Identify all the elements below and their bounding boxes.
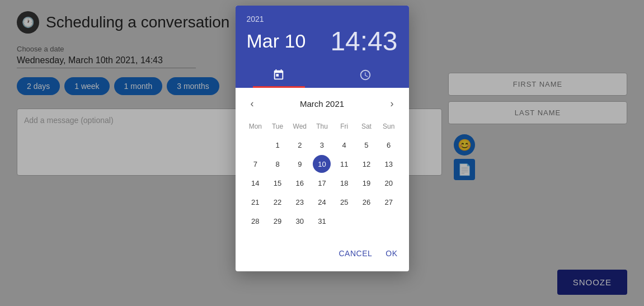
calendar-nav: ‹ March 2021 › bbox=[245, 93, 400, 114]
cal-week-4: 21 22 23 24 25 26 27 bbox=[245, 193, 400, 211]
cal-day-29[interactable]: 29 bbox=[269, 212, 286, 230]
cal-day-24[interactable]: 24 bbox=[313, 193, 331, 211]
cal-day-23[interactable]: 23 bbox=[291, 193, 309, 211]
calendar-tab-icon bbox=[272, 69, 285, 81]
calendar-body: ‹ March 2021 › Mon Tue Wed Thu Fri Sat S… bbox=[236, 88, 409, 240]
cal-header-row: Mon Tue Wed Thu Fri Sat Sun bbox=[245, 120, 400, 133]
cal-day-9[interactable]: 9 bbox=[291, 155, 309, 173]
modal-time: 14:43 bbox=[330, 26, 397, 57]
calendar-grid: Mon Tue Wed Thu Fri Sat Sun 1 2 3 4 5 6 bbox=[245, 120, 400, 230]
cal-day-empty-e1 bbox=[335, 212, 353, 230]
cal-day-10[interactable]: 10 bbox=[313, 155, 331, 173]
cal-day-11[interactable]: 11 bbox=[335, 155, 353, 173]
cal-header-sun: Sun bbox=[378, 120, 400, 133]
cal-header-mon: Mon bbox=[245, 120, 267, 133]
cal-header-sat: Sat bbox=[355, 120, 378, 133]
cal-day-12[interactable]: 12 bbox=[358, 155, 375, 173]
cal-day-21[interactable]: 21 bbox=[246, 193, 264, 211]
cal-week-1: 1 2 3 4 5 6 bbox=[245, 136, 400, 154]
modal-footer: CANCEL OK bbox=[236, 240, 409, 271]
modal-overlay: 2021 Mar 10 14:43 ‹ bbox=[0, 0, 644, 306]
cal-day-empty-e3 bbox=[380, 212, 398, 230]
cal-week-5: 28 29 30 31 bbox=[245, 212, 400, 230]
cal-day-2[interactable]: 2 bbox=[291, 136, 309, 154]
modal-year: 2021 bbox=[247, 15, 398, 23]
cal-day-26[interactable]: 26 bbox=[358, 193, 375, 211]
cal-header-thu: Thu bbox=[311, 120, 333, 133]
cal-day-13[interactable]: 13 bbox=[380, 155, 398, 173]
modal-header: 2021 Mar 10 14:43 bbox=[236, 6, 409, 62]
cal-day-14[interactable]: 14 bbox=[246, 174, 264, 192]
cancel-button[interactable]: CANCEL bbox=[336, 244, 374, 262]
cal-header-fri: Fri bbox=[333, 120, 355, 133]
tab-clock[interactable] bbox=[322, 62, 409, 88]
modal-date: Mar 10 bbox=[247, 30, 306, 52]
cal-day-8[interactable]: 8 bbox=[269, 155, 286, 173]
cal-day-7[interactable]: 7 bbox=[246, 155, 264, 173]
cal-day-30[interactable]: 30 bbox=[291, 212, 309, 230]
cal-week-2: 7 8 9 10 11 12 13 bbox=[245, 155, 400, 173]
cal-day-3[interactable]: 3 bbox=[313, 136, 331, 154]
cal-day-18[interactable]: 18 bbox=[335, 174, 353, 192]
cal-day-31[interactable]: 31 bbox=[313, 212, 331, 230]
cal-header-wed: Wed bbox=[289, 120, 311, 133]
cal-month-label: March 2021 bbox=[300, 99, 344, 109]
cal-day-5[interactable]: 5 bbox=[358, 136, 375, 154]
cal-header-tue: Tue bbox=[266, 120, 289, 133]
tab-calendar[interactable] bbox=[236, 62, 322, 88]
cal-day-25[interactable]: 25 bbox=[335, 193, 353, 211]
date-picker-modal: 2021 Mar 10 14:43 ‹ bbox=[236, 6, 409, 271]
cal-day-empty bbox=[246, 136, 264, 154]
cal-day-20[interactable]: 20 bbox=[380, 174, 398, 192]
cal-day-27[interactable]: 27 bbox=[380, 193, 398, 211]
cal-day-empty-e2 bbox=[358, 212, 375, 230]
cal-day-4[interactable]: 4 bbox=[335, 136, 353, 154]
modal-date-time: Mar 10 14:43 bbox=[247, 26, 398, 62]
cal-week-3: 14 15 16 17 18 19 20 bbox=[245, 174, 400, 192]
prev-month-button[interactable]: ‹ bbox=[245, 96, 260, 111]
next-month-button[interactable]: › bbox=[384, 96, 400, 111]
modal-tabs bbox=[236, 62, 409, 88]
cal-day-16[interactable]: 16 bbox=[291, 174, 309, 192]
ok-button[interactable]: OK bbox=[383, 244, 399, 262]
cal-day-6[interactable]: 6 bbox=[380, 136, 398, 154]
cal-day-22[interactable]: 22 bbox=[269, 193, 286, 211]
cal-day-28[interactable]: 28 bbox=[246, 212, 264, 230]
cal-day-19[interactable]: 19 bbox=[358, 174, 375, 192]
cal-day-17[interactable]: 17 bbox=[313, 174, 331, 192]
cal-day-15[interactable]: 15 bbox=[269, 174, 286, 192]
clock-tab-icon bbox=[359, 69, 372, 81]
cal-day-1[interactable]: 1 bbox=[269, 136, 286, 154]
